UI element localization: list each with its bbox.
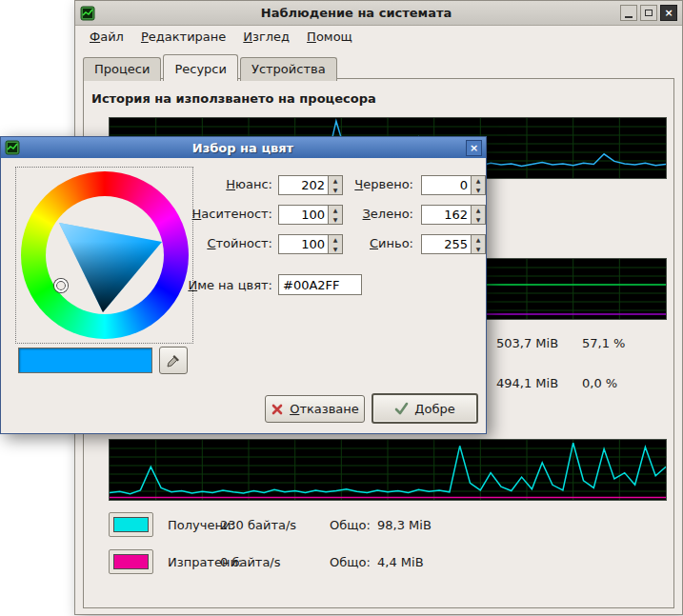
menu-file[interactable]: Файл [81,26,132,48]
minimize-icon [625,16,633,18]
cancel-button[interactable]: Отказване [265,395,365,423]
desktop: Наблюдение на системата × Файл Редактира… [0,0,683,616]
swap-amount: 494,1 MiB [496,376,558,390]
color-picker-dialog: Избор на цвят × Нюанс: ▲▼ Наситеност: ▲▼… [0,136,487,434]
eyedropper-button[interactable] [159,347,188,374]
spin-up-icon[interactable]: ▲ [472,176,485,186]
red-spinbox: ▲▼ [421,175,486,195]
blue-spinbox: ▲▼ [421,234,486,254]
minimize-button[interactable] [620,5,637,21]
received-total: 98,3 MiB [377,518,432,532]
ok-button-label: Добре [414,402,454,416]
blue-input[interactable] [421,234,472,254]
hue-label: Нюанс: [172,175,272,194]
maximize-button[interactable] [640,5,657,21]
sent-total: 4,4 MiB [377,555,424,569]
red-input[interactable] [421,175,472,195]
tab-bar: Процеси Ресурси Устройства [83,54,339,81]
dialog-titlebar[interactable]: Избор на цвят × [1,137,486,158]
main-titlebar[interactable]: Наблюдение на системата × [75,1,682,26]
sent-color-button[interactable] [109,549,153,574]
spin-up-icon[interactable]: ▲ [472,235,485,245]
dialog-title: Избор на цвят [20,141,466,155]
green-spinbox: ▲▼ [421,205,486,225]
spin-down-icon[interactable]: ▼ [472,186,485,195]
menubar: Файл Редактиране Изглед Помощ [81,26,361,48]
value-label: Стойност: [172,234,272,253]
sent-total-label: Общо: [330,555,371,569]
sent-color-swatch [113,554,149,569]
saturation-input[interactable] [278,205,329,225]
cancel-x-icon [271,403,284,416]
spin-down-icon[interactable]: ▼ [472,245,485,254]
received-color-button[interactable] [109,512,153,537]
tab-processes[interactable]: Процеси [83,57,161,81]
blue-spin-buttons[interactable]: ▲▼ [472,234,486,254]
received-total-label: Общо: [330,518,371,532]
color-name-input[interactable] [278,274,362,295]
blue-label: Синьо: [337,234,413,253]
tab-resources[interactable]: Ресурси [163,54,238,81]
network-history-chart [109,439,667,501]
app-icon [80,6,95,21]
saturation-label: Наситеност: [172,205,272,224]
close-button[interactable]: × [660,5,677,21]
red-label: Червено: [337,175,413,194]
red-spin-buttons[interactable]: ▲▼ [472,175,486,195]
received-rate: 230 байта/s [220,518,296,532]
value-input[interactable] [278,234,329,254]
hue-spinbox: ▲▼ [278,175,343,195]
dialog-close-button[interactable]: × [466,140,482,156]
cancel-button-label: Отказване [290,402,359,416]
memory-percent: 57,1 % [582,336,625,350]
maximize-icon [645,10,653,16]
dialog-app-icon [5,140,20,155]
hue-input[interactable] [278,175,329,195]
swap-percent: 0,0 % [582,376,617,390]
spin-up-icon[interactable]: ▲ [472,206,485,215]
menu-help[interactable]: Помощ [298,26,361,48]
received-color-swatch [113,517,149,532]
ok-check-icon [394,402,409,415]
green-input[interactable] [421,205,472,225]
ok-button[interactable]: Добре [372,393,478,424]
color-wheel[interactable] [15,167,193,344]
saturation-spinbox: ▲▼ [278,205,343,225]
tab-devices[interactable]: Устройства [240,57,337,81]
green-label: Зелено: [337,205,413,224]
sent-rate: 0 байта/s [220,555,281,569]
menu-edit[interactable]: Редактиране [132,26,234,48]
value-spinbox: ▲▼ [278,234,343,254]
cpu-history-heading: История на използването на процесора [91,91,376,106]
menu-view[interactable]: Изглед [234,26,298,48]
window-title: Наблюдение на системата [95,6,617,20]
memory-amount: 503,7 MiB [496,336,558,350]
spin-down-icon[interactable]: ▼ [472,215,485,225]
color-name-label: Име на цвят: [172,276,272,295]
color-preview [18,348,152,373]
green-spin-buttons[interactable]: ▲▼ [472,205,486,225]
eyedropper-icon [166,353,181,368]
color-selector-handle[interactable] [54,279,68,292]
